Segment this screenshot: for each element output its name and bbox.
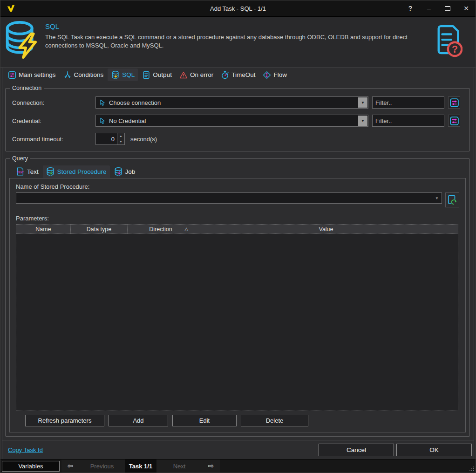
settings-icon: [8, 71, 16, 79]
connection-value: Choose connection: [109, 99, 161, 106]
ok-button[interactable]: OK: [396, 444, 472, 456]
connection-group-legend: Connection: [10, 85, 44, 91]
column-header-direction[interactable]: Direction △: [128, 225, 194, 233]
resize-grip[interactable]: [469, 466, 474, 471]
conditions-icon: [63, 71, 72, 79]
output-document-icon: [142, 71, 150, 79]
main-tabbar: Main settings Conditions: [2, 68, 474, 82]
chevron-down-icon[interactable]: ▼: [358, 116, 367, 126]
task-counter: Task 1/1: [125, 459, 156, 473]
previous-task-button[interactable]: Previous: [79, 459, 125, 473]
cancel-button[interactable]: Cancel: [319, 444, 394, 456]
dialog-footer: Copy Task Id Cancel OK: [2, 440, 474, 459]
refresh-procedures-button[interactable]: [445, 192, 459, 207]
add-parameter-button[interactable]: Add: [109, 415, 168, 426]
timeout-spinner[interactable]: ▲ ▼: [117, 133, 125, 145]
column-header-name[interactable]: Name: [16, 225, 71, 233]
query-group-legend: Query: [10, 155, 30, 162]
task-type-title: SQL: [45, 22, 420, 30]
tab-job[interactable]: Job: [111, 165, 139, 178]
connection-filter-input[interactable]: [372, 96, 444, 109]
warning-icon: [179, 71, 188, 79]
stored-procedure-name-label: Name of Stored Procedure:: [16, 183, 459, 190]
sql-task-icon: [4, 20, 43, 62]
query-group: Query TEXT Text: [5, 158, 470, 437]
stored-procedure-dropdown[interactable]: ▼: [16, 192, 442, 204]
credential-dropdown[interactable]: No Credential ▼: [95, 115, 368, 127]
variables-button[interactable]: Variables: [2, 461, 60, 472]
connection-group: Connection Connection: Choose connection…: [5, 88, 470, 151]
command-timeout-label: Command timeout:: [12, 136, 95, 143]
tab-text[interactable]: TEXT Text: [13, 165, 42, 178]
tab-stored-procedure[interactable]: Stored Procedure: [43, 165, 110, 178]
connection-label: Connection:: [12, 99, 95, 106]
spinner-up-icon[interactable]: ▲: [117, 133, 124, 139]
task-navigation: ⇦ Previous Task 1/1 Next ⇨: [61, 459, 220, 473]
titlebar[interactable]: Add Task - SQL - 1/1 ? – ✕: [0, 0, 476, 17]
chevron-down-icon[interactable]: ▼: [435, 197, 439, 200]
next-task-button[interactable]: Next: [156, 459, 202, 473]
add-task-dialog: Add Task - SQL - 1/1 ? – ✕ SQL The SQL T…: [0, 0, 476, 473]
parameters-table-header: Name Data type Direction △ Value: [16, 224, 458, 234]
connection-manage-button[interactable]: [448, 96, 460, 109]
parameters-table-body[interactable]: [16, 234, 458, 411]
spinner-down-icon[interactable]: ▼: [117, 139, 124, 144]
job-database-icon: [114, 167, 123, 176]
tab-output[interactable]: Output: [139, 69, 175, 81]
dialog-body: Main settings Conditions: [2, 68, 474, 459]
connection-dropdown[interactable]: Choose connection ▼: [95, 96, 368, 109]
tab-sql[interactable]: SQL: [108, 69, 138, 81]
delete-parameter-button[interactable]: Delete: [241, 415, 308, 426]
statusbar: Variables ⇦ Previous Task 1/1 Next ⇨: [0, 459, 476, 473]
chevron-down-icon[interactable]: ▼: [358, 97, 367, 108]
previous-arrow-icon[interactable]: ⇦: [61, 459, 79, 473]
minimize-button[interactable]: –: [420, 0, 438, 17]
task-description: The SQL Task can execute a SQL command o…: [45, 33, 420, 50]
maximize-button[interactable]: [438, 0, 457, 17]
stopwatch-icon: [221, 71, 229, 79]
sort-ascending-icon[interactable]: △: [184, 226, 188, 232]
text-document-icon: TEXT: [15, 167, 25, 176]
credential-manage-button[interactable]: [448, 115, 460, 127]
help-document-icon[interactable]: ?: [435, 23, 462, 59]
refresh-parameters-button[interactable]: Refresh parameters: [25, 415, 104, 426]
tab-on-error[interactable]: On error: [176, 69, 217, 81]
task-header: SQL The SQL Task can execute a SQL comma…: [0, 17, 476, 68]
column-header-datatype[interactable]: Data type: [71, 225, 128, 233]
help-button[interactable]: ?: [401, 0, 420, 17]
flow-icon: [263, 71, 271, 79]
query-tabbar: TEXT Text: [9, 165, 466, 178]
svg-text:?: ?: [452, 44, 458, 55]
stored-procedure-icon: [46, 167, 55, 176]
tab-timeout[interactable]: TimeOut: [218, 69, 258, 81]
edit-parameter-button[interactable]: Edit: [172, 415, 237, 426]
copy-task-id-link[interactable]: Copy Task Id: [8, 446, 43, 453]
timeout-unit-label: second(s): [130, 136, 157, 143]
pointer-icon: [99, 99, 106, 107]
close-button[interactable]: ✕: [457, 0, 476, 17]
tab-main-settings[interactable]: Main settings: [5, 69, 59, 81]
column-header-value[interactable]: Value: [194, 225, 458, 233]
parameters-label: Parameters:: [16, 215, 459, 222]
next-arrow-icon[interactable]: ⇨: [202, 459, 220, 473]
sql-database-icon: [111, 70, 120, 79]
credential-filter-input[interactable]: [372, 115, 444, 127]
credential-value: No Credential: [109, 117, 146, 124]
svg-text:TEXT: TEXT: [17, 171, 24, 174]
tab-conditions[interactable]: Conditions: [60, 69, 107, 81]
credential-label: Credential:: [12, 117, 95, 124]
pointer-icon: [99, 117, 106, 125]
maximize-icon: [445, 6, 450, 11]
parameters-table: Name Data type Direction △ Value: [16, 224, 458, 411]
tab-flow[interactable]: Flow: [259, 69, 290, 81]
stored-procedure-panel: Name of Stored Procedure: ▼ Par: [9, 178, 466, 432]
parameter-buttons: Refresh parameters Add Edit Delete: [16, 415, 459, 426]
command-timeout-input[interactable]: [95, 133, 117, 145]
